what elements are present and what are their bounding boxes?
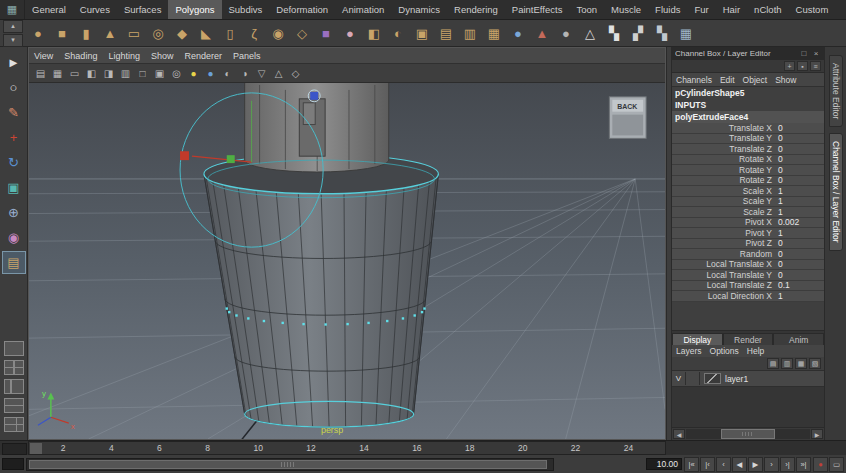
current-frame-marker[interactable] <box>30 443 42 454</box>
channel-value-field[interactable]: 0 <box>778 259 824 269</box>
range-start-field[interactable] <box>2 458 24 470</box>
booleans-icon[interactable]: ◐ <box>386 21 410 45</box>
side-tab-attribute-editor[interactable]: Attribute Editor <box>829 55 843 127</box>
menu-fluids[interactable]: Fluids <box>648 0 687 19</box>
cube-purple-icon[interactable]: ■ <box>314 21 338 45</box>
timeline-left-field[interactable] <box>2 443 27 455</box>
poly-platonic-icon[interactable]: ◇ <box>290 21 314 45</box>
safe-title-icon[interactable]: ▣ <box>151 66 168 81</box>
sphere-pink-icon[interactable]: ● <box>338 21 362 45</box>
select-tool[interactable]: ► <box>2 51 26 74</box>
scroll-right-button[interactable]: ▶ <box>811 429 823 439</box>
timeline-tick[interactable]: 2 <box>61 443 66 453</box>
layout-persp-graph-button[interactable] <box>4 398 24 413</box>
combine-icon[interactable]: ▣ <box>410 21 434 45</box>
maya-app-icon[interactable]: ▦ <box>0 0 25 19</box>
anim-preferences-button[interactable]: ▭ <box>829 457 844 472</box>
channel-value-field[interactable]: 1 <box>778 186 824 196</box>
soft-mod-tool[interactable]: ◉ <box>2 226 26 249</box>
timeline-tick[interactable]: 16 <box>412 443 421 453</box>
layer-menu-options[interactable]: Options <box>710 346 739 356</box>
move-tool[interactable]: + <box>2 126 26 149</box>
shelf-next-button[interactable]: ▾ <box>3 34 23 47</box>
channel-menu-icon[interactable]: ≡ <box>810 61 821 71</box>
menu-fur[interactable]: Fur <box>687 0 715 19</box>
channel-value-field[interactable]: 1 <box>778 207 824 217</box>
timeline-tick[interactable]: 4 <box>109 443 114 453</box>
render-globals-icon[interactable]: ▦ <box>674 21 698 45</box>
channel-value-field[interactable]: 0 <box>778 144 824 154</box>
field-chart-icon[interactable]: ▥ <box>117 66 134 81</box>
viewport-menu-show[interactable]: Show <box>151 51 174 61</box>
smooth-sphere-blue-icon[interactable]: ● <box>506 21 530 45</box>
film-gate-icon[interactable]: ▭ <box>66 66 83 81</box>
step-forward-key-button[interactable]: ›| <box>780 457 795 472</box>
channel-value-field[interactable]: 0 <box>778 238 824 248</box>
show-manipulator-tool[interactable]: ▤ <box>2 251 26 274</box>
speed-control-icon[interactable]: + <box>784 61 795 71</box>
scale-tool[interactable]: ▣ <box>2 176 26 199</box>
time-slider[interactable]: 24681012141618202224 <box>28 441 666 455</box>
poly-sphere-icon[interactable]: ● <box>26 21 50 45</box>
channelbox-menu-object[interactable]: Object <box>743 75 768 85</box>
channel-value-field[interactable]: 0 <box>778 154 824 164</box>
auto-keyframe-button[interactable]: ● <box>813 457 828 472</box>
channelbox-menu-show[interactable]: Show <box>775 75 796 85</box>
select-camera-icon[interactable]: ▤ <box>32 66 49 81</box>
textured-mode-icon[interactable]: ● <box>202 66 219 81</box>
poly-cylinder-icon[interactable]: ▮ <box>74 21 98 45</box>
menu-subdivs[interactable]: Subdivs <box>222 0 270 19</box>
range-slider[interactable] <box>26 458 554 471</box>
poly-pipe-icon[interactable]: ▯ <box>218 21 242 45</box>
layout-four-view-button[interactable] <box>4 360 24 375</box>
checker-texture-icon[interactable]: ▚ <box>602 21 626 45</box>
timeline-tick[interactable]: 24 <box>624 443 633 453</box>
layer-row[interactable]: Vlayer1 <box>672 371 824 387</box>
go-to-end-button[interactable]: »| <box>796 457 811 472</box>
poly-prism-icon[interactable]: ◆ <box>170 21 194 45</box>
poly-torus-icon[interactable]: ◎ <box>146 21 170 45</box>
safe-action-icon[interactable]: □ <box>134 66 151 81</box>
triangle-white-icon[interactable]: △ <box>578 21 602 45</box>
timeline-tick[interactable]: 18 <box>465 443 474 453</box>
grid-icon[interactable]: ▦ <box>49 66 66 81</box>
layer-editor-tab-anim[interactable]: Anim <box>773 333 824 345</box>
move-x-handle[interactable] <box>180 151 189 160</box>
layer-mode-cell[interactable] <box>686 372 700 385</box>
layout-persp-outliner-button[interactable] <box>4 379 24 394</box>
channel-value-field[interactable]: 0 <box>778 249 824 259</box>
shape-node-name[interactable]: pCylinderShape5 <box>672 87 824 99</box>
menu-deformation[interactable]: Deformation <box>269 0 335 19</box>
poly-helix-icon[interactable]: ζ <box>242 21 266 45</box>
layer-editor-tab-display[interactable]: Display <box>672 333 723 345</box>
move-z-handle[interactable] <box>310 92 318 100</box>
panel-close-icon[interactable]: × <box>811 49 821 58</box>
checker-texture-icon-2[interactable]: ▞ <box>626 21 650 45</box>
split-polygon-icon[interactable]: ▦ <box>482 21 506 45</box>
gate-mask-icon[interactable]: ◨ <box>100 66 117 81</box>
menu-hair[interactable]: Hair <box>716 0 747 19</box>
go-to-start-button[interactable]: |« <box>684 457 699 472</box>
new-layer-assign-icon[interactable]: ▥ <box>781 358 793 369</box>
menu-animation[interactable]: Animation <box>335 0 391 19</box>
channel-value-field[interactable]: 0.1 <box>778 280 824 290</box>
shelf-prev-button[interactable]: ▴ <box>3 20 23 33</box>
bridge-icon[interactable]: ▥ <box>458 21 482 45</box>
scroll-track[interactable] <box>686 429 810 439</box>
viewport-menu-panels[interactable]: Panels <box>233 51 261 61</box>
layer-editor-tab-render[interactable]: Render <box>723 333 774 345</box>
viewport-menu-renderer[interactable]: Renderer <box>184 51 222 61</box>
menu-painteffects[interactable]: PaintEffects <box>505 0 570 19</box>
play-forwards-button[interactable]: ▶ <box>748 457 763 472</box>
play-backwards-button[interactable]: ◀ <box>732 457 747 472</box>
channel-value-field[interactable]: 1 <box>778 291 824 301</box>
wireframe-icon[interactable]: ◎ <box>168 66 185 81</box>
menu-ncloth[interactable]: nCloth <box>747 0 788 19</box>
move-y-handle[interactable] <box>227 155 235 163</box>
sphere-gray-icon[interactable]: ● <box>554 21 578 45</box>
channelbox-menu-edit[interactable]: Edit <box>720 75 735 85</box>
shaded-mode-icon[interactable]: ● <box>185 66 202 81</box>
channel-value-field[interactable]: 0 <box>778 270 824 280</box>
poly-pyramid-icon[interactable]: ◣ <box>194 21 218 45</box>
new-layer-icon[interactable]: ▦ <box>795 358 807 369</box>
